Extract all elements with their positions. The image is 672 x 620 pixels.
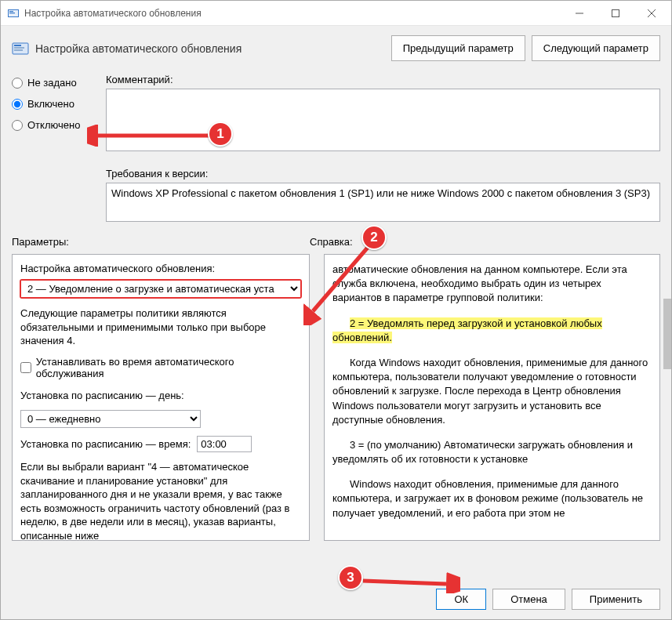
schedule-day-label: Установка по расписанию — день:: [20, 389, 301, 403]
minimize-button[interactable]: [561, 2, 598, 25]
params-section-label: Параметры:: [12, 236, 310, 248]
dialog-footer: ОК Отмена Применить: [436, 589, 660, 610]
section-labels: Параметры: Справка:: [1, 222, 671, 251]
annotation-bubble-2: 2: [361, 225, 387, 250]
params-footer-note: Если вы выбрали вариант "4 — автоматичес…: [20, 460, 301, 540]
params-scroll[interactable]: Настройка автоматического обновления: 2 …: [13, 255, 309, 540]
svg-line-11: [363, 581, 446, 584]
apply-button[interactable]: Применить: [572, 589, 660, 610]
maintenance-checkbox-label: Устанавливать во время автоматического о…: [36, 356, 301, 379]
help-scroll[interactable]: автоматические обновления на данном комп…: [325, 255, 659, 540]
radio-not-configured[interactable]: Не задано: [12, 77, 106, 89]
help-paragraph-1: автоматические обновления на данном комп…: [332, 263, 652, 306]
radio-not-configured-input[interactable]: [12, 78, 23, 89]
schedule-time-label: Установка по расписанию — время:: [20, 438, 191, 450]
svg-rect-2: [9, 11, 13, 12]
dialog-scroll-thumb[interactable]: [663, 299, 671, 369]
prev-param-button[interactable]: Предыдущий параметр: [391, 35, 525, 61]
close-button[interactable]: [634, 2, 670, 25]
page-title: Настройка автоматического обновления: [35, 42, 385, 55]
main-area: Настройка автоматического обновления: 2 …: [1, 251, 671, 541]
help-highlight: 2 = Уведомлять перед загрузкой и установ…: [332, 317, 602, 343]
radio-disabled-input[interactable]: [12, 120, 23, 131]
mode-select-highlight: 2 — Уведомление о загрузке и автоматичес…: [20, 279, 302, 299]
schedule-time-input[interactable]: [197, 436, 252, 452]
policy-icon: [7, 7, 20, 20]
requirements-text: Windows XP Professional с пакетом обновл…: [106, 183, 660, 222]
help-paragraph-3: 3 = (по умолчанию) Автоматически загружа…: [332, 438, 652, 466]
dialog-window: Настройка автоматического обновления Нас…: [0, 0, 672, 620]
comment-textarea[interactable]: [106, 89, 660, 151]
state-section: Не задано Включено Отключено Комментарий…: [1, 74, 671, 222]
radio-enabled-input[interactable]: [12, 99, 23, 110]
schedule-day-select[interactable]: 0 — ежедневно: [20, 410, 201, 428]
mode-select[interactable]: 2 — Уведомление о загрузке и автоматичес…: [21, 281, 300, 297]
maintenance-checkbox[interactable]: [20, 362, 31, 373]
state-radio-group: Не задано Включено Отключено: [12, 74, 106, 222]
window-title: Настройка автоматического обновления: [24, 8, 561, 19]
schedule-time-row: Установка по расписанию — время:: [20, 436, 301, 452]
radio-enabled-label: Включено: [27, 98, 74, 110]
help-paragraph-4: Windows находит обновления, применимые д…: [332, 477, 652, 520]
help-paragraph-2: Когда Windows находит обновления, примен…: [332, 356, 652, 427]
help-pane: автоматические обновления на данном комп…: [324, 254, 660, 541]
comment-label: Комментарий:: [106, 74, 660, 85]
policy-large-icon: [12, 40, 29, 57]
svg-rect-3: [9, 13, 15, 13]
radio-disabled[interactable]: Отключено: [12, 119, 106, 131]
radio-not-configured-label: Не задано: [27, 77, 77, 89]
svg-rect-7: [14, 47, 24, 49]
requirements-label: Требования к версии:: [106, 168, 660, 179]
svg-rect-4: [612, 9, 619, 16]
svg-rect-8: [14, 49, 23, 51]
params-pane: Настройка автоматического обновления: 2 …: [12, 254, 310, 541]
radio-disabled-label: Отключено: [27, 119, 80, 131]
titlebar: Настройка автоматического обновления: [1, 1, 671, 26]
radio-enabled[interactable]: Включено: [12, 98, 106, 110]
maintenance-checkbox-row[interactable]: Устанавливать во время автоматического о…: [20, 356, 301, 379]
annotation-bubble-3: 3: [338, 565, 363, 590]
ok-button[interactable]: ОК: [436, 589, 486, 610]
policy-note: Следующие параметры политики являются об…: [20, 306, 301, 348]
header-row: Настройка автоматического обновления Пре…: [1, 26, 671, 74]
cancel-button[interactable]: Отмена: [492, 589, 565, 610]
comment-requirements-column: Комментарий: Требования к версии: Window…: [106, 74, 660, 222]
annotation-bubble-1: 1: [208, 121, 233, 147]
next-param-button[interactable]: Следующий параметр: [532, 35, 660, 61]
params-mode-heading: Настройка автоматического обновления:: [20, 263, 301, 274]
svg-rect-6: [14, 45, 21, 46]
schedule-day-row: 0 — ежедневно: [20, 410, 301, 428]
maximize-button[interactable]: [598, 2, 634, 25]
